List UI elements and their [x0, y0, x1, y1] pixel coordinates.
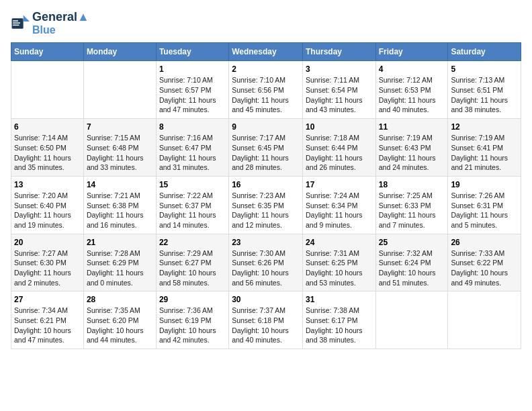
day-detail: Sunrise: 7:38 AMSunset: 6:17 PMDaylight:…: [306, 306, 373, 345]
calendar-cell: 3Sunrise: 7:11 AMSunset: 6:54 PMDaylight…: [302, 61, 375, 119]
day-detail: Sunrise: 7:37 AMSunset: 6:18 PMDaylight:…: [232, 306, 300, 345]
weekday-header-row: SundayMondayTuesdayWednesdayThursdayFrid…: [11, 43, 521, 61]
day-detail: Sunrise: 7:30 AMSunset: 6:26 PMDaylight:…: [232, 248, 300, 288]
day-number: 26: [451, 238, 518, 247]
day-number: 16: [232, 180, 300, 189]
day-number: 12: [451, 122, 518, 132]
day-number: 3: [306, 64, 373, 74]
day-detail: Sunrise: 7:34 AMSunset: 6:21 PMDaylight:…: [14, 306, 81, 345]
calendar-cell: 14Sunrise: 7:21 AMSunset: 6:38 PMDayligh…: [83, 176, 156, 234]
calendar-table: SundayMondayTuesdayWednesdayThursdayFrid…: [11, 42, 521, 349]
calendar-cell: 8Sunrise: 7:16 AMSunset: 6:47 PMDaylight…: [156, 119, 228, 177]
day-detail: Sunrise: 7:33 AMSunset: 6:22 PMDaylight:…: [451, 248, 518, 288]
day-detail: Sunrise: 7:21 AMSunset: 6:38 PMDaylight:…: [87, 191, 153, 230]
day-number: 28: [87, 295, 153, 304]
calendar-week-row: 27Sunrise: 7:34 AMSunset: 6:21 PMDayligh…: [11, 291, 521, 349]
calendar-cell: 7Sunrise: 7:15 AMSunset: 6:48 PMDaylight…: [83, 119, 156, 177]
calendar-cell: 6Sunrise: 7:14 AMSunset: 6:50 PMDaylight…: [11, 119, 84, 177]
calendar-cell: [83, 61, 156, 119]
calendar-cell: 21Sunrise: 7:28 AMSunset: 6:29 PMDayligh…: [83, 234, 156, 291]
calendar-cell: [11, 61, 84, 119]
weekday-header-tuesday: Tuesday: [156, 43, 228, 61]
calendar-cell: 31Sunrise: 7:38 AMSunset: 6:17 PMDayligh…: [302, 291, 375, 349]
calendar-cell: 5Sunrise: 7:13 AMSunset: 6:51 PMDaylight…: [448, 61, 521, 119]
logo-text-line1: General▲: [32, 11, 89, 24]
day-number: 31: [306, 295, 373, 304]
day-number: 15: [159, 180, 226, 189]
day-detail: Sunrise: 7:20 AMSunset: 6:40 PMDaylight:…: [14, 191, 81, 230]
calendar-cell: 13Sunrise: 7:20 AMSunset: 6:40 PMDayligh…: [11, 176, 84, 234]
day-number: 4: [379, 64, 445, 74]
day-number: 1: [159, 64, 226, 74]
calendar-cell: 30Sunrise: 7:37 AMSunset: 6:18 PMDayligh…: [229, 291, 303, 349]
day-detail: Sunrise: 7:32 AMSunset: 6:24 PMDaylight:…: [379, 248, 445, 288]
day-detail: Sunrise: 7:17 AMSunset: 6:45 PMDaylight:…: [232, 133, 300, 173]
calendar-cell: 25Sunrise: 7:32 AMSunset: 6:24 PMDayligh…: [375, 234, 448, 291]
calendar-cell: 23Sunrise: 7:30 AMSunset: 6:26 PMDayligh…: [229, 234, 303, 291]
calendar-cell: 20Sunrise: 7:27 AMSunset: 6:30 PMDayligh…: [11, 234, 84, 291]
day-number: 9: [232, 122, 300, 132]
day-number: 21: [87, 238, 153, 247]
calendar-cell: 12Sunrise: 7:19 AMSunset: 6:41 PMDayligh…: [448, 119, 521, 177]
weekday-header-thursday: Thursday: [302, 43, 375, 61]
logo: General▲ Blue: [11, 11, 89, 36]
logo-text-line2: Blue: [32, 24, 89, 36]
day-detail: Sunrise: 7:14 AMSunset: 6:50 PMDaylight:…: [14, 133, 81, 173]
calendar-cell: 18Sunrise: 7:25 AMSunset: 6:33 PMDayligh…: [375, 176, 448, 234]
day-number: 8: [159, 122, 226, 132]
day-detail: Sunrise: 7:24 AMSunset: 6:34 PMDaylight:…: [306, 191, 373, 230]
day-detail: Sunrise: 7:18 AMSunset: 6:44 PMDaylight:…: [306, 133, 373, 173]
day-detail: Sunrise: 7:19 AMSunset: 6:41 PMDaylight:…: [451, 133, 518, 173]
weekday-header-sunday: Sunday: [11, 43, 84, 61]
weekday-header-wednesday: Wednesday: [229, 43, 303, 61]
calendar-week-row: 1Sunrise: 7:10 AMSunset: 6:57 PMDaylight…: [11, 61, 521, 119]
day-detail: Sunrise: 7:19 AMSunset: 6:43 PMDaylight:…: [379, 133, 445, 173]
calendar-cell: 16Sunrise: 7:23 AMSunset: 6:35 PMDayligh…: [229, 176, 303, 234]
day-number: 13: [14, 180, 81, 189]
calendar-cell: 19Sunrise: 7:26 AMSunset: 6:31 PMDayligh…: [448, 176, 521, 234]
calendar-cell: 24Sunrise: 7:31 AMSunset: 6:25 PMDayligh…: [302, 234, 375, 291]
calendar-cell: 4Sunrise: 7:12 AMSunset: 6:53 PMDaylight…: [375, 61, 448, 119]
day-number: 25: [379, 238, 445, 247]
day-number: 23: [232, 238, 300, 247]
day-number: 30: [232, 295, 300, 304]
day-detail: Sunrise: 7:10 AMSunset: 6:57 PMDaylight:…: [159, 75, 226, 115]
calendar-cell: [375, 291, 448, 349]
calendar-cell: 27Sunrise: 7:34 AMSunset: 6:21 PMDayligh…: [11, 291, 84, 349]
weekday-header-friday: Friday: [375, 43, 448, 61]
day-detail: Sunrise: 7:10 AMSunset: 6:56 PMDaylight:…: [232, 75, 300, 115]
day-detail: Sunrise: 7:29 AMSunset: 6:27 PMDaylight:…: [159, 248, 226, 288]
logo-text-blue: ▲: [77, 10, 89, 24]
day-number: 19: [451, 180, 518, 189]
svg-rect-2: [13, 20, 18, 21]
day-detail: Sunrise: 7:15 AMSunset: 6:48 PMDaylight:…: [87, 133, 153, 173]
day-detail: Sunrise: 7:22 AMSunset: 6:37 PMDaylight:…: [159, 191, 226, 230]
day-number: 10: [306, 122, 373, 132]
calendar-cell: 2Sunrise: 7:10 AMSunset: 6:56 PMDaylight…: [229, 61, 303, 119]
day-number: 24: [306, 238, 373, 247]
calendar-cell: [448, 291, 521, 349]
day-detail: Sunrise: 7:12 AMSunset: 6:53 PMDaylight:…: [379, 75, 445, 115]
svg-marker-1: [24, 15, 30, 21]
day-detail: Sunrise: 7:26 AMSunset: 6:31 PMDaylight:…: [451, 191, 518, 230]
day-number: 20: [14, 238, 81, 247]
day-number: 6: [14, 122, 81, 132]
calendar-cell: 17Sunrise: 7:24 AMSunset: 6:34 PMDayligh…: [302, 176, 375, 234]
day-detail: Sunrise: 7:25 AMSunset: 6:33 PMDaylight:…: [379, 191, 445, 230]
calendar-cell: 9Sunrise: 7:17 AMSunset: 6:45 PMDaylight…: [229, 119, 303, 177]
day-number: 18: [379, 180, 445, 189]
calendar-cell: 29Sunrise: 7:36 AMSunset: 6:19 PMDayligh…: [156, 291, 228, 349]
calendar-cell: 28Sunrise: 7:35 AMSunset: 6:20 PMDayligh…: [83, 291, 156, 349]
weekday-header-monday: Monday: [83, 43, 156, 61]
day-number: 5: [451, 64, 518, 74]
day-detail: Sunrise: 7:13 AMSunset: 6:51 PMDaylight:…: [451, 75, 518, 115]
calendar-cell: 26Sunrise: 7:33 AMSunset: 6:22 PMDayligh…: [448, 234, 521, 291]
day-number: 29: [159, 295, 226, 304]
day-number: 11: [379, 122, 445, 132]
calendar-cell: 10Sunrise: 7:18 AMSunset: 6:44 PMDayligh…: [302, 119, 375, 177]
day-number: 27: [14, 295, 81, 304]
weekday-header-saturday: Saturday: [448, 43, 521, 61]
day-number: 17: [306, 180, 373, 189]
day-number: 2: [232, 64, 300, 74]
day-number: 7: [87, 122, 153, 132]
